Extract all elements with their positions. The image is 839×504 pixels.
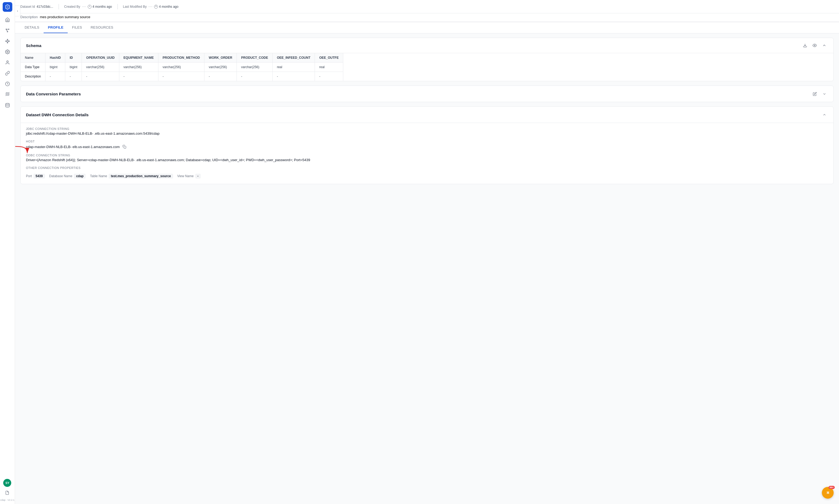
description-label: Description bbox=[20, 15, 38, 19]
red-arrow-annotation bbox=[15, 145, 29, 159]
sidebar-item-connections[interactable] bbox=[3, 36, 12, 46]
sidebar-item-settings[interactable] bbox=[3, 47, 12, 57]
table-row: Data Type bigint bigint varchar(256) var… bbox=[21, 62, 343, 72]
svg-point-7 bbox=[8, 41, 10, 42]
notification-count: 99+ bbox=[828, 486, 835, 489]
dataset-id-value: 417c03dc... bbox=[37, 5, 53, 8]
table-name-item: Table Name test.mes_production_summary_s… bbox=[90, 174, 173, 179]
col-hashid: HashID bbox=[46, 53, 65, 62]
sidebar-item-storage[interactable] bbox=[3, 101, 12, 110]
expand-panel-button[interactable]: › bbox=[15, 6, 20, 16]
cell-op-uuid-desc: - bbox=[82, 72, 119, 81]
jdbc-value: jdbc:redshift://cdap-master-DWH-NLB-ELB-… bbox=[26, 131, 828, 136]
sidebar: SY cdap · V2.2.1 bbox=[0, 0, 15, 504]
header-meta: Dataset Id 417c03dc... Created By 4 mont… bbox=[20, 2, 178, 12]
data-conversion-title: Data Conversion Parameters bbox=[26, 92, 81, 96]
col-name: Name bbox=[21, 53, 46, 62]
cell-work-order-type: varchar(256) bbox=[204, 62, 237, 72]
tab-resources[interactable]: RESOURCES bbox=[86, 22, 118, 33]
cell-op-uuid-type: varchar(256) bbox=[82, 62, 119, 72]
main-content: Dataset Id 417c03dc... Created By 4 mont… bbox=[15, 0, 839, 504]
clock-icon-created bbox=[88, 5, 91, 8]
notification-badge[interactable]: ⌘ 99+ bbox=[822, 487, 834, 499]
cell-prod-method-desc: - bbox=[158, 72, 204, 81]
download-button[interactable] bbox=[801, 42, 809, 49]
svg-point-5 bbox=[7, 40, 8, 42]
sidebar-item-pipeline[interactable] bbox=[3, 26, 12, 35]
dwh-connection-header[interactable]: Dataset DWH Connection Details bbox=[21, 107, 833, 123]
schema-table-container: Name HashID ID OPERATION_UUID EQUIPMENT_… bbox=[21, 53, 833, 81]
sidebar-item-history[interactable] bbox=[3, 79, 12, 89]
dwh-connection-title: Dataset DWH Connection Details bbox=[26, 112, 88, 117]
data-conversion-header[interactable]: Data Conversion Parameters bbox=[21, 86, 833, 102]
divider-1 bbox=[58, 4, 59, 10]
host-label: Host bbox=[26, 140, 828, 143]
copy-host-button[interactable] bbox=[122, 144, 127, 149]
other-props-label: Other Connection Properties bbox=[26, 166, 828, 169]
svg-point-0 bbox=[6, 29, 7, 30]
created-by: Created By 4 months ago bbox=[64, 5, 112, 8]
collapse-schema-button[interactable] bbox=[821, 42, 828, 49]
schema-actions bbox=[801, 42, 828, 49]
user-avatar[interactable]: SY bbox=[3, 479, 11, 487]
tab-profile[interactable]: PROFILE bbox=[44, 22, 68, 33]
data-conversion-card: Data Conversion Parameters bbox=[20, 86, 834, 102]
collapse-dwh-button[interactable] bbox=[821, 111, 828, 119]
eye-button[interactable] bbox=[811, 42, 818, 49]
col-operation-uuid: OPERATION_UUID bbox=[82, 53, 119, 62]
svg-point-10 bbox=[7, 51, 8, 53]
cell-hashid-desc: - bbox=[46, 72, 65, 81]
svg-rect-17 bbox=[124, 146, 126, 148]
last-modified-user bbox=[148, 6, 153, 7]
col-equipment-name: EQUIPMENT_NAME bbox=[119, 53, 158, 62]
created-time: 4 months ago bbox=[88, 5, 112, 8]
description-value: mes production summary source bbox=[40, 15, 90, 19]
edit-data-conversion-button[interactable] bbox=[811, 90, 818, 97]
divider-2 bbox=[117, 4, 118, 10]
cell-work-order-desc: - bbox=[204, 72, 237, 81]
col-oee-outfe: OEE_OUTFE bbox=[315, 53, 343, 62]
sidebar-item-user[interactable] bbox=[3, 58, 12, 67]
clock-icon-modified bbox=[154, 5, 158, 8]
row-datatype-label: Data Type bbox=[21, 62, 46, 72]
col-work-order: WORK_ORDER bbox=[204, 53, 237, 62]
tab-details[interactable]: DETAILS bbox=[20, 22, 44, 33]
cell-product-code-type: varchar(256) bbox=[237, 62, 273, 72]
svg-point-11 bbox=[7, 61, 8, 62]
svg-point-6 bbox=[5, 41, 6, 42]
cell-hashid-type: bigint bbox=[46, 62, 65, 72]
cell-id-desc: - bbox=[65, 72, 82, 81]
sidebar-item-integrations[interactable] bbox=[3, 68, 12, 78]
last-modified-label: Last Modified By bbox=[123, 5, 147, 8]
cell-oee-outfe-type: real bbox=[315, 62, 343, 72]
cell-equip-name-type: varchar(256) bbox=[119, 62, 158, 72]
cell-id-type: bigint bbox=[65, 62, 82, 72]
svg-point-1 bbox=[8, 29, 9, 30]
notification-icon: ⌘ bbox=[826, 491, 829, 494]
dwh-connection-card: Dataset DWH Connection Details JDBC Conn… bbox=[20, 106, 834, 184]
table-name-value: test.mes_production_summary_source bbox=[109, 174, 173, 179]
other-props-field: Other Connection Properties Port 5439 Da… bbox=[26, 166, 828, 179]
col-id: ID bbox=[65, 53, 82, 62]
col-production-method: PRODUCTION_METHOD bbox=[158, 53, 204, 62]
app-logo[interactable] bbox=[3, 2, 12, 12]
svg-point-9 bbox=[7, 42, 8, 43]
port-value: 5439 bbox=[33, 174, 45, 179]
table-name-label: Table Name bbox=[90, 174, 107, 178]
table-row: Description - - - - - - - - - bbox=[21, 72, 343, 81]
sidebar-item-home[interactable] bbox=[3, 15, 12, 24]
sidebar-item-file[interactable] bbox=[2, 488, 12, 498]
svg-line-4 bbox=[6, 30, 7, 31]
schema-table: Name HashID ID OPERATION_UUID EQUIPMENT_… bbox=[21, 53, 833, 81]
svg-point-2 bbox=[7, 31, 8, 32]
expand-data-conversion-button[interactable] bbox=[821, 90, 828, 97]
header-bar: Dataset Id 417c03dc... Created By 4 mont… bbox=[15, 0, 839, 13]
created-by-label: Created By bbox=[64, 5, 80, 8]
dataset-id: Dataset Id 417c03dc... bbox=[20, 5, 53, 8]
sidebar-bottom: SY cdap · V2.2.1 bbox=[0, 479, 14, 502]
view-name-label: View Name bbox=[177, 174, 194, 178]
sidebar-item-streams[interactable] bbox=[3, 90, 12, 100]
tab-files[interactable]: FILES bbox=[68, 22, 86, 33]
row-description-label: Description bbox=[21, 72, 46, 81]
cell-prod-method-type: varchar(256) bbox=[158, 62, 204, 72]
